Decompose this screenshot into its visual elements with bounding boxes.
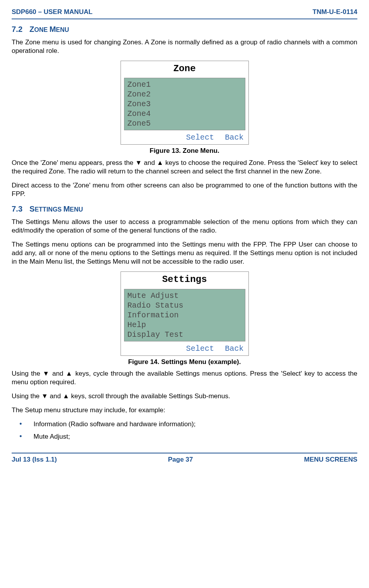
zone-item: Zone4: [128, 109, 242, 119]
settings-menu-list: Mute Adjust Radio Status Information Hel…: [124, 289, 245, 341]
figure-13: Zone Zone1 Zone2 Zone3 Zone4 Zone5 Selec…: [12, 61, 357, 145]
settings-item: Display Test: [128, 330, 242, 340]
footer-right: MENU SCREENS: [304, 455, 357, 464]
zone-item: Zone1: [128, 80, 242, 89]
document-header: SDP660 – USER MANUAL TNM-U-E-0114: [12, 8, 357, 16]
settings-menu-footer: Select Back: [121, 343, 248, 355]
settings-item: Help: [128, 320, 242, 330]
section-7-2-heading: 7.2ZONE MENU: [12, 24, 357, 34]
footer-divider: [12, 453, 357, 453]
section-7-2-para3: Direct access to the 'Zone' menu from ot…: [12, 181, 357, 198]
settings-item: Mute Adjust: [128, 291, 242, 301]
bullet-text: Mute Adjust;: [33, 432, 70, 441]
section-7-3-para4: Using the ▼ and ▲ keys, scroll through t…: [12, 392, 357, 401]
section-7-3-para1: The Settings Menu allows the user to acc…: [12, 218, 357, 235]
section-number: 7.2: [12, 25, 23, 33]
settings-item: Information: [128, 310, 242, 320]
settings-menu-title: Settings: [121, 272, 248, 287]
zone-menu-footer: Select Back: [121, 132, 248, 144]
section-7-3-para2: The Settings menu options can be program…: [12, 240, 357, 266]
zone-item: Zone3: [128, 99, 242, 109]
select-softkey: Select: [186, 344, 214, 354]
section-7-3-para3: Using the ▼ and ▲ keys, cycle through th…: [12, 369, 357, 387]
back-softkey: Back: [225, 133, 243, 143]
zone-item: Zone5: [128, 119, 242, 128]
zone-menu-list: Zone1 Zone2 Zone3 Zone4 Zone5: [124, 78, 245, 130]
section-7-3-heading: 7.3SETTINGS MENU: [12, 204, 357, 214]
bullet-marker: •: [19, 420, 22, 429]
bullet-text: Information (Radio software and hardware…: [33, 420, 196, 429]
settings-menu-screen: Settings Mute Adjust Radio Status Inform…: [121, 271, 249, 355]
settings-item: Radio Status: [128, 301, 242, 310]
bullet-item: • Mute Adjust;: [19, 432, 357, 441]
header-divider: [12, 18, 357, 19]
back-softkey: Back: [225, 344, 243, 354]
figure-14-caption: Figure 14. Settings Menu (example).: [12, 358, 357, 366]
figure-14: Settings Mute Adjust Radio Status Inform…: [12, 271, 357, 355]
zone-menu-screen: Zone Zone1 Zone2 Zone3 Zone4 Zone5 Selec…: [121, 61, 249, 145]
select-softkey: Select: [186, 133, 214, 143]
header-right: TNM-U-E-0114: [313, 8, 357, 16]
zone-item: Zone2: [128, 89, 242, 99]
section-number: 7.3: [12, 205, 23, 213]
footer-center: Page 37: [168, 455, 193, 464]
zone-menu-title: Zone: [121, 61, 248, 76]
header-left: SDP660 – USER MANUAL: [12, 8, 93, 16]
setup-bullet-list: • Information (Radio software and hardwa…: [19, 420, 357, 441]
bullet-item: • Information (Radio software and hardwa…: [19, 420, 357, 429]
section-7-3-para5: The Setup menu structure may include, fo…: [12, 406, 357, 415]
section-7-2-para2: Once the 'Zone' menu appears, press the …: [12, 159, 357, 176]
figure-13-caption: Figure 13. Zone Menu.: [12, 147, 357, 155]
document-footer: Jul 13 (Iss 1.1) Page 37 MENU SCREENS: [12, 453, 357, 464]
section-7-2-para1: The Zone menu is used for changing Zones…: [12, 38, 357, 55]
footer-left: Jul 13 (Iss 1.1): [12, 455, 57, 464]
bullet-marker: •: [19, 432, 22, 441]
